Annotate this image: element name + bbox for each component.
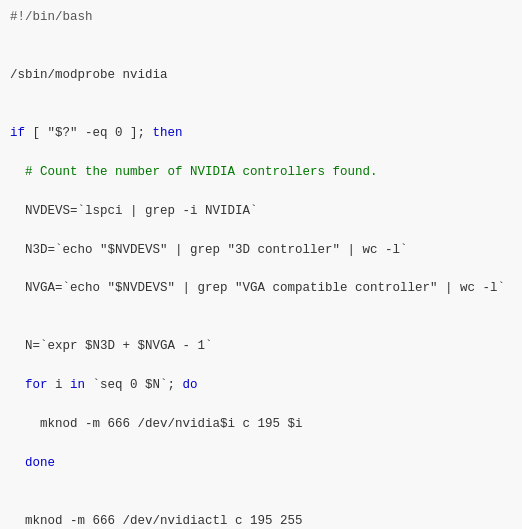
code-block: #!/bin/bash /sbin/modprobe nvidia if [ "… — [0, 0, 522, 529]
code-line: if [ "$?" -eq 0 ]; then — [10, 124, 512, 143]
code-line: mknod -m 666 /dev/nvidiactl c 195 255 — [10, 512, 512, 529]
code-line: /sbin/modprobe nvidia — [10, 66, 512, 85]
code-line: for i in `seq 0 $N`; do — [10, 376, 512, 395]
code-line: mknod -m 666 /dev/nvidia$i c 195 $i — [10, 415, 512, 434]
code-line: # Count the number of NVIDIA controllers… — [10, 163, 512, 182]
code-line: #!/bin/bash — [10, 8, 512, 27]
code-line: N3D=`echo "$NVDEVS" | grep "3D controlle… — [10, 241, 512, 260]
code-line: N=`expr $N3D + $NVGA - 1` — [10, 337, 512, 356]
code-line: NVGA=`echo "$NVDEVS" | grep "VGA compati… — [10, 279, 512, 298]
code-line: done — [10, 454, 512, 473]
code-line: NVDEVS=`lspci | grep -i NVIDIA` — [10, 202, 512, 221]
